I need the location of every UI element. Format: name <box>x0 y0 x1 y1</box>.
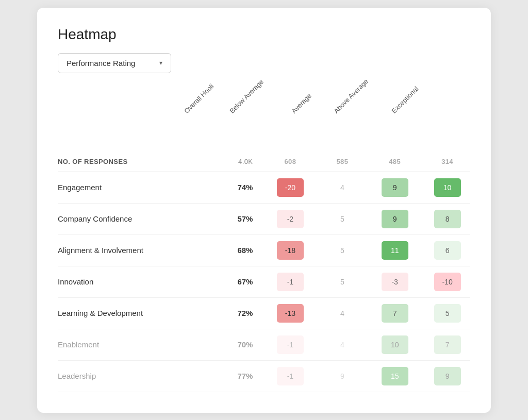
table-row: Leadership 77% -1 9 15 9 <box>58 360 470 392</box>
responses-label: NO. OF RESPONSES <box>58 152 223 172</box>
row-label-2: Alignment & Involvement <box>58 234 223 266</box>
cell-1-col2: 5 <box>319 203 365 234</box>
row-pct-2: 68% <box>223 234 261 266</box>
cell-6-col2: 9 <box>319 360 365 392</box>
row-label-4: Learning & Development <box>58 297 223 329</box>
cell-0-col2: 4 <box>319 172 365 203</box>
cell-6-col1: -1 <box>261 360 319 392</box>
heatmap-wrapper: Overall Hooli Below Average Average <box>58 90 470 392</box>
table-row: Enablement 70% -1 4 10 7 <box>58 329 470 360</box>
row-label-3: Innovation <box>58 266 223 297</box>
cell-4-col4: 5 <box>424 297 470 329</box>
row-label-6: Leadership <box>58 360 223 392</box>
page-title: Heatmap <box>58 26 470 43</box>
row-pct-3: 67% <box>223 266 261 297</box>
row-label-5: Enablement <box>58 329 223 360</box>
table-row: Engagement 74% -20 4 9 10 <box>58 172 470 203</box>
heatmap-table: Overall Hooli Below Average Average <box>58 90 470 392</box>
table-row: Innovation 67% -1 5 -3 -10 <box>58 266 470 297</box>
cell-2-col3: 11 <box>365 234 424 266</box>
cell-4-col2: 4 <box>319 297 365 329</box>
cell-0-col3: 9 <box>365 172 424 203</box>
table-row: Learning & Development 72% -13 4 7 5 <box>58 297 470 329</box>
responses-col4: 314 <box>424 152 470 172</box>
table-row: Company Confidence 57% -2 5 9 8 <box>58 203 470 234</box>
cell-3-col4: -10 <box>424 266 470 297</box>
row-pct-5: 70% <box>223 329 261 360</box>
header-exceptional: Exceptional <box>424 90 470 152</box>
cell-2-col2: 5 <box>319 234 365 266</box>
cell-3-col3: -3 <box>365 266 424 297</box>
responses-header-row: NO. OF RESPONSES 4.0k 608 585 485 314 <box>58 152 470 172</box>
row-pct-0: 74% <box>223 172 261 203</box>
chevron-down-icon: ▾ <box>159 59 162 66</box>
responses-overall: 4.0k <box>223 152 261 172</box>
cell-5-col1: -1 <box>261 329 319 360</box>
table-row: Alignment & Involvement 68% -18 5 11 6 <box>58 234 470 266</box>
responses-col2: 585 <box>319 152 365 172</box>
cell-5-col2: 4 <box>319 329 365 360</box>
cell-1-col3: 9 <box>365 203 424 234</box>
performance-rating-dropdown[interactable]: Performance Rating ▾ <box>58 53 171 73</box>
cell-4-col1: -13 <box>261 297 319 329</box>
row-label-1: Company Confidence <box>58 203 223 234</box>
cell-4-col3: 7 <box>365 297 424 329</box>
cell-5-col3: 10 <box>365 329 424 360</box>
cell-1-col1: -2 <box>261 203 319 234</box>
cell-1-col4: 8 <box>424 203 470 234</box>
row-label-0: Engagement <box>58 172 223 203</box>
row-pct-6: 77% <box>223 360 261 392</box>
cell-3-col2: 5 <box>319 266 365 297</box>
cell-2-col4: 6 <box>424 234 470 266</box>
row-pct-4: 72% <box>223 297 261 329</box>
cell-6-col4: 9 <box>424 360 470 392</box>
responses-col3: 485 <box>365 152 424 172</box>
cell-6-col3: 15 <box>365 360 424 392</box>
cell-0-col1: -20 <box>261 172 319 203</box>
heatmap-card: Heatmap Performance Rating ▾ Overall Hoo… <box>37 8 491 413</box>
cell-2-col1: -18 <box>261 234 319 266</box>
row-pct-1: 57% <box>223 203 261 234</box>
cell-0-col4: 10 <box>424 172 470 203</box>
dropdown-label: Performance Rating <box>67 59 135 68</box>
responses-col1: 608 <box>261 152 319 172</box>
cell-3-col1: -1 <box>261 266 319 297</box>
cell-5-col4: 7 <box>424 329 470 360</box>
